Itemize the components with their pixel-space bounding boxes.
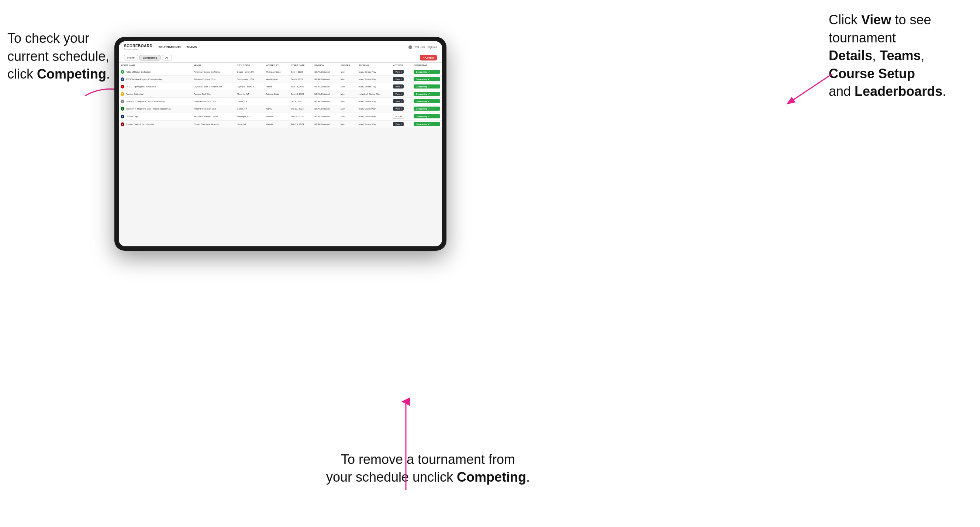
col-start: START DATE: [289, 63, 312, 68]
tab-home[interactable]: Home: [124, 55, 138, 60]
sub-nav: Home Competing All + Create: [119, 53, 442, 63]
cell-venue: Sahalee Country Club: [192, 76, 235, 83]
team-logo: P: [121, 92, 124, 96]
nav-links: TOURNAMENTS TEAMS: [158, 45, 409, 49]
cell-actions[interactable]: View ℹ: [391, 90, 412, 98]
cell-event-name: W 2023 Sahalee Players Championship: [119, 76, 192, 83]
view-button[interactable]: View ℹ: [393, 70, 404, 74]
view-button[interactable]: View ℹ: [393, 122, 404, 126]
team-logo: H: [121, 122, 124, 126]
cell-actions[interactable]: View ℹ: [391, 68, 412, 76]
competing-badge[interactable]: Competing: [414, 84, 440, 89]
scoreboard-logo: SCOREBOARD Powered by clippi: [124, 44, 153, 50]
annotation-top-left: To check your current schedule, click Co…: [7, 30, 122, 83]
cell-venue: American Dunes Golf Club: [192, 68, 235, 76]
table-row: F Folds of Honor Collegiate American Dun…: [119, 68, 442, 76]
edit-button[interactable]: ✏ Edit: [393, 114, 404, 119]
cell-competing[interactable]: Competing: [412, 98, 442, 105]
table-row: I OFCC Fighting Illini Invitational Olym…: [119, 83, 442, 90]
col-gender: GENDER: [339, 63, 356, 68]
competing-badge[interactable]: Competing: [414, 99, 440, 103]
competing-badge[interactable]: Competing: [414, 114, 440, 118]
cell-gender: Men: [339, 83, 356, 90]
view-button[interactable]: View ℹ: [393, 92, 404, 96]
cell-actions[interactable]: View ℹ: [391, 98, 412, 105]
team-logo: F: [121, 70, 124, 74]
tab-all[interactable]: All: [162, 55, 172, 60]
cell-start: Sep 15, 2023: [289, 83, 312, 90]
cell-competing[interactable]: Competing: [412, 68, 442, 76]
cell-competing[interactable]: Competing: [412, 121, 442, 128]
event-name-text: Papago Individual: [126, 93, 143, 95]
cell-venue: Ak-Chin Southern Dunes: [192, 113, 235, 121]
cell-venue: Trinity Forest Golf Club: [192, 105, 235, 113]
event-name-text: Jackson T. Stephens Cup – Stroke Play: [126, 100, 165, 103]
col-venue: VENUE: [192, 63, 235, 68]
view-button[interactable]: View ℹ: [393, 84, 404, 89]
competing-badge[interactable]: Competing: [414, 122, 440, 126]
tab-competing[interactable]: Competing: [140, 55, 161, 60]
view-button[interactable]: View ℹ: [393, 77, 404, 81]
cell-start: Sep 18, 2023: [289, 90, 312, 98]
cell-scoring: team, Stroke Play: [357, 83, 391, 90]
cell-city: Maricopa, AZ: [235, 113, 264, 121]
event-name-text: 2023 Sahalee Players Championship: [126, 78, 162, 80]
tablet-frame: SCOREBOARD Powered by clippi TOURNAMENTS…: [115, 37, 447, 251]
cell-competing[interactable]: Competing: [412, 113, 442, 121]
cell-actions[interactable]: ✏ Edit: [391, 113, 412, 121]
cell-gender: Men: [339, 121, 356, 128]
annotation-top-right: Click View to see tournament Details, Te…: [829, 11, 973, 101]
cell-scoring: team, Match Play: [357, 105, 391, 113]
cell-actions[interactable]: View ℹ: [391, 105, 412, 113]
tablet-screen: SCOREBOARD Powered by clippi TOURNAMENTS…: [119, 41, 442, 246]
col-event-name: EVENT NAME: [119, 63, 192, 68]
cell-competing[interactable]: Competing: [412, 76, 442, 83]
team-logo: W: [121, 78, 124, 81]
cell-event-name: J Jackson T. Stephens Cup – Men's Match …: [119, 105, 192, 113]
event-name-text: Folds of Honor Collegiate: [126, 71, 151, 73]
sign-out-link[interactable]: Sign out: [427, 46, 437, 48]
table-body: F Folds of Honor Collegiate American Dun…: [119, 68, 442, 128]
team-logo: J: [121, 107, 124, 111]
nav-tournaments[interactable]: TOURNAMENTS: [158, 45, 181, 49]
cell-division: NCAA Division I: [312, 98, 339, 105]
table-wrapper: EVENT NAME VENUE CITY, STATE HOSTED BY S…: [119, 63, 442, 128]
table-row: P Papago Individual Papago Golf Club Pho…: [119, 90, 442, 98]
cell-actions[interactable]: View ℹ: [391, 121, 412, 128]
table-row: A Copper Cup Ak-Chin Southern Dunes Mari…: [119, 113, 442, 121]
cell-competing[interactable]: Competing: [412, 83, 442, 90]
cell-scoring: team, Stroke Play: [357, 68, 391, 76]
create-button[interactable]: + Create: [420, 55, 437, 60]
cell-actions[interactable]: View ℹ: [391, 76, 412, 83]
cell-hosted: Arizona State: [264, 90, 289, 98]
cell-start: Feb 15, 2024: [289, 121, 312, 128]
cell-hosted: [264, 98, 289, 105]
competing-badge[interactable]: Competing: [414, 106, 440, 111]
cell-gender: Men: [339, 76, 356, 83]
cell-hosted: Hawaii: [264, 121, 289, 128]
cell-venue: Ocean Course At Hokuala: [192, 121, 235, 128]
nav-teams[interactable]: TEAMS: [186, 45, 197, 49]
cell-start: Jan 14, 2024: [289, 113, 312, 121]
cell-actions[interactable]: View ℹ: [391, 83, 412, 90]
team-logo: I: [121, 85, 124, 89]
col-scoring: SCORING: [357, 63, 391, 68]
cell-competing[interactable]: Competing: [412, 105, 442, 113]
view-button[interactable]: View ℹ: [393, 99, 404, 103]
cell-city: Sammamish, WA: [235, 76, 264, 83]
cell-gender: Men: [339, 90, 356, 98]
cell-event-name: H John A. Burns Intercollegiate: [119, 121, 192, 128]
cell-competing[interactable]: Competing: [412, 90, 442, 98]
cell-scoring: team, Match Play: [357, 113, 391, 121]
competing-badge[interactable]: Competing: [414, 70, 440, 74]
cell-hosted: Illinois: [264, 83, 289, 90]
cell-hosted: Washington: [264, 76, 289, 83]
col-hosted: HOSTED BY: [264, 63, 289, 68]
competing-badge[interactable]: Competing: [414, 92, 440, 96]
cell-city: Dallas, TX: [235, 98, 264, 105]
cell-venue: Trinity Forest Golf Club: [192, 98, 235, 105]
view-button[interactable]: View ℹ: [393, 106, 404, 111]
cell-scoring: individual, Stroke Play: [357, 90, 391, 98]
annotation-bottom: To remove a tournament from your schedul…: [313, 451, 542, 486]
competing-badge[interactable]: Competing: [414, 77, 440, 81]
